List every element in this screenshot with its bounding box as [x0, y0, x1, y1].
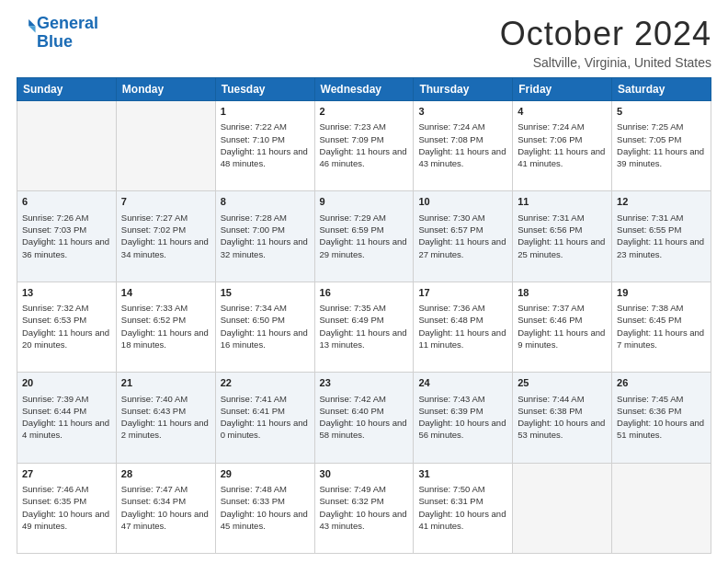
table-row: 4Sunrise: 7:24 AMSunset: 7:06 PMDaylight…: [513, 101, 612, 191]
table-row: [116, 101, 215, 191]
sunset-text: Sunset: 6:56 PM: [518, 224, 607, 236]
sunset-text: Sunset: 6:53 PM: [22, 314, 111, 326]
day-number: 3: [418, 105, 507, 119]
daylight-text: Daylight: 11 hours and 25 minutes.: [518, 236, 607, 260]
table-row: 27Sunrise: 7:46 AMSunset: 6:35 PMDayligh…: [17, 463, 117, 553]
sunrise-text: Sunrise: 7:31 AM: [518, 212, 607, 224]
sunset-text: Sunset: 6:32 PM: [320, 495, 409, 507]
table-row: 28Sunrise: 7:47 AMSunset: 6:34 PMDayligh…: [116, 463, 215, 553]
col-wednesday: Wednesday: [314, 78, 414, 101]
day-number: 26: [617, 376, 706, 390]
day-number: 9: [320, 195, 409, 209]
table-row: 7Sunrise: 7:27 AMSunset: 7:02 PMDaylight…: [116, 191, 215, 282]
table-row: 8Sunrise: 7:28 AMSunset: 7:00 PMDaylight…: [215, 191, 314, 282]
sunset-text: Sunset: 6:38 PM: [518, 405, 607, 417]
table-row: 6Sunrise: 7:26 AMSunset: 7:03 PMDaylight…: [17, 191, 117, 282]
sunset-text: Sunset: 7:06 PM: [518, 133, 607, 145]
sunrise-text: Sunrise: 7:25 AM: [617, 121, 706, 132]
sunset-text: Sunset: 7:00 PM: [221, 224, 310, 236]
sunset-text: Sunset: 6:44 PM: [22, 405, 111, 417]
sunset-text: Sunset: 6:41 PM: [221, 405, 310, 417]
day-number: 17: [418, 286, 507, 300]
sunset-text: Sunset: 7:05 PM: [617, 133, 706, 145]
sunset-text: Sunset: 7:08 PM: [418, 133, 507, 145]
day-number: 4: [518, 105, 607, 119]
sunrise-text: Sunrise: 7:49 AM: [320, 483, 409, 495]
calendar-header-row: Sunday Monday Tuesday Wednesday Thursday…: [17, 78, 711, 101]
col-tuesday: Tuesday: [215, 78, 314, 101]
daylight-text: Daylight: 11 hours and 2 minutes.: [121, 417, 210, 442]
calendar-week-row: 27Sunrise: 7:46 AMSunset: 6:35 PMDayligh…: [17, 463, 711, 553]
sunset-text: Sunset: 6:43 PM: [121, 405, 210, 417]
sunset-text: Sunset: 6:35 PM: [22, 495, 111, 507]
calendar-week-row: 13Sunrise: 7:32 AMSunset: 6:53 PMDayligh…: [17, 282, 711, 372]
daylight-text: Daylight: 10 hours and 45 minutes.: [221, 508, 310, 533]
daylight-text: Daylight: 11 hours and 0 minutes.: [221, 417, 310, 442]
col-friday: Friday: [513, 78, 612, 101]
table-row: 11Sunrise: 7:31 AMSunset: 6:56 PMDayligh…: [513, 191, 612, 282]
table-row: 24Sunrise: 7:43 AMSunset: 6:39 PMDayligh…: [414, 373, 513, 463]
logo: General Blue: [17, 15, 98, 52]
table-row: 10Sunrise: 7:30 AMSunset: 6:57 PMDayligh…: [414, 191, 513, 282]
day-number: 31: [418, 467, 507, 481]
logo-blue: Blue: [37, 32, 73, 51]
sunrise-text: Sunrise: 7:48 AM: [221, 483, 310, 495]
sunrise-text: Sunrise: 7:28 AM: [221, 212, 310, 224]
daylight-text: Daylight: 11 hours and 48 minutes.: [221, 145, 310, 170]
sunrise-text: Sunrise: 7:32 AM: [22, 302, 111, 314]
sunrise-text: Sunrise: 7:33 AM: [121, 302, 210, 314]
day-number: 1: [221, 105, 310, 119]
sunset-text: Sunset: 7:09 PM: [320, 133, 409, 145]
calendar-week-row: 6Sunrise: 7:26 AMSunset: 7:03 PMDaylight…: [17, 191, 711, 282]
sunrise-text: Sunrise: 7:24 AM: [518, 121, 607, 132]
logo-general: General: [37, 14, 98, 32]
day-number: 24: [418, 376, 507, 390]
sunset-text: Sunset: 6:49 PM: [320, 314, 409, 326]
table-row: 21Sunrise: 7:40 AMSunset: 6:43 PMDayligh…: [116, 373, 215, 463]
day-number: 16: [320, 286, 409, 300]
daylight-text: Daylight: 11 hours and 23 minutes.: [617, 236, 706, 260]
table-row: 31Sunrise: 7:50 AMSunset: 6:31 PMDayligh…: [414, 463, 513, 553]
sunset-text: Sunset: 6:48 PM: [418, 314, 507, 326]
sunset-text: Sunset: 6:34 PM: [121, 495, 210, 507]
calendar-week-row: 1Sunrise: 7:22 AMSunset: 7:10 PMDaylight…: [17, 101, 711, 191]
sunrise-text: Sunrise: 7:42 AM: [320, 393, 409, 405]
daylight-text: Daylight: 11 hours and 43 minutes.: [418, 145, 507, 170]
sunrise-text: Sunrise: 7:30 AM: [418, 212, 507, 224]
day-number: 10: [418, 195, 507, 209]
table-row: 29Sunrise: 7:48 AMSunset: 6:33 PMDayligh…: [215, 463, 314, 553]
day-number: 5: [617, 105, 706, 119]
sunset-text: Sunset: 7:10 PM: [221, 133, 310, 145]
day-number: 22: [221, 376, 310, 390]
sunset-text: Sunset: 6:52 PM: [121, 314, 210, 326]
day-number: 25: [518, 376, 607, 390]
daylight-text: Daylight: 10 hours and 51 minutes.: [617, 417, 706, 442]
sunset-text: Sunset: 6:45 PM: [617, 314, 706, 326]
daylight-text: Daylight: 11 hours and 34 minutes.: [121, 236, 210, 260]
sunset-text: Sunset: 7:02 PM: [121, 224, 210, 236]
table-row: 22Sunrise: 7:41 AMSunset: 6:41 PMDayligh…: [215, 373, 314, 463]
table-row: [513, 463, 612, 553]
table-row: 20Sunrise: 7:39 AMSunset: 6:44 PMDayligh…: [17, 373, 117, 463]
sunrise-text: Sunrise: 7:26 AM: [22, 212, 111, 224]
table-row: 26Sunrise: 7:45 AMSunset: 6:36 PMDayligh…: [612, 373, 711, 463]
daylight-text: Daylight: 11 hours and 46 minutes.: [320, 145, 409, 170]
table-row: 15Sunrise: 7:34 AMSunset: 6:50 PMDayligh…: [215, 282, 314, 372]
table-row: 12Sunrise: 7:31 AMSunset: 6:55 PMDayligh…: [612, 191, 711, 282]
daylight-text: Daylight: 11 hours and 4 minutes.: [22, 417, 111, 442]
table-row: 25Sunrise: 7:44 AMSunset: 6:38 PMDayligh…: [513, 373, 612, 463]
day-number: 23: [320, 376, 409, 390]
table-row: 9Sunrise: 7:29 AMSunset: 6:59 PMDaylight…: [314, 191, 414, 282]
subtitle: Saltville, Virginia, United States: [500, 55, 711, 70]
daylight-text: Daylight: 11 hours and 20 minutes.: [22, 327, 111, 351]
daylight-text: Daylight: 10 hours and 49 minutes.: [22, 508, 111, 533]
table-row: 3Sunrise: 7:24 AMSunset: 7:08 PMDaylight…: [414, 101, 513, 191]
sunset-text: Sunset: 6:40 PM: [320, 405, 409, 417]
sunset-text: Sunset: 6:57 PM: [418, 224, 507, 236]
day-number: 12: [617, 195, 706, 209]
sunrise-text: Sunrise: 7:29 AM: [320, 212, 409, 224]
sunset-text: Sunset: 6:39 PM: [418, 405, 507, 417]
daylight-text: Daylight: 11 hours and 32 minutes.: [221, 236, 310, 260]
sunrise-text: Sunrise: 7:44 AM: [518, 393, 607, 405]
sunrise-text: Sunrise: 7:24 AM: [418, 121, 507, 132]
